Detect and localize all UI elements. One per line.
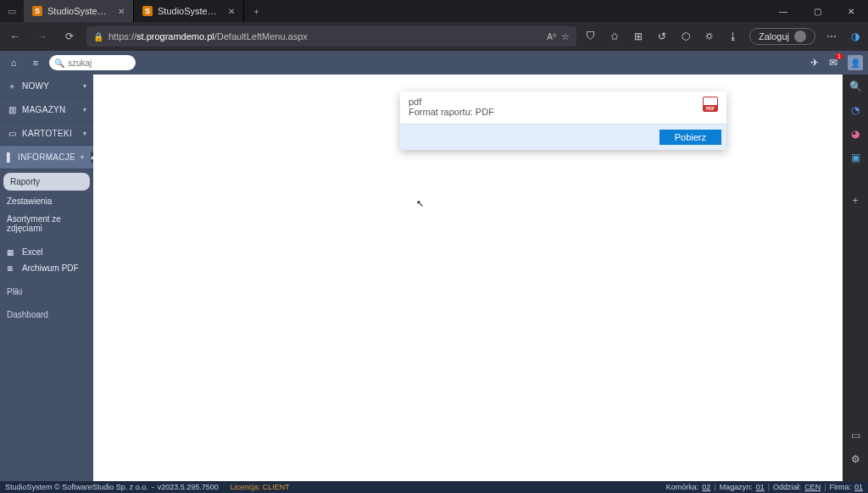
content-canvas: pdf Format raportu: PDF PDF Pobierz ↖ — [93, 75, 843, 481]
browser-toolbar: ← → ⟳ 🔒 https://st.programdemo.pl/Defaul… — [0, 22, 868, 51]
browser-tab[interactable]: S StudioSystem.NET (c) SoftwareS… ✕ — [24, 0, 134, 22]
user-menu-button[interactable]: 👤 — [848, 55, 863, 70]
rail-tools-icon[interactable]: ▣ — [849, 151, 862, 164]
sidebar-heading-pliki[interactable]: Pliki — [0, 283, 93, 301]
sidebar-link-excel[interactable]: ▦ Excel — [0, 244, 93, 260]
mouse-cursor: ↖ — [416, 198, 424, 209]
download-button[interactable]: Pobierz — [659, 130, 721, 145]
window-maximize-button[interactable]: ▢ — [800, 0, 834, 22]
sidebar-link-archiwum-pdf[interactable]: 🗎 Archiwum PDF — [0, 260, 93, 276]
chevron-down-icon: ▾ — [83, 106, 86, 114]
sidebar-subitems: Raporty Zestawienia Asortyment ze zdjęci… — [0, 169, 93, 237]
copilot-icon[interactable]: ◑ — [848, 30, 863, 42]
rail-search-icon[interactable]: 🔍 — [849, 80, 862, 93]
url-text: https://st.programdemo.pl/DefaultLeftMen… — [108, 31, 542, 42]
status-license: Licencja: CLIENT — [231, 483, 290, 491]
search-input[interactable] — [68, 58, 131, 68]
avatar-icon — [794, 30, 806, 42]
tab-close-icon[interactable]: ✕ — [228, 7, 235, 16]
dialog-subtitle: Format raportu: PDF — [409, 107, 703, 117]
plus-icon: ＋ — [7, 80, 17, 92]
warehouse-icon: ▥ — [7, 105, 17, 114]
new-tab-button[interactable]: ＋ — [244, 0, 268, 22]
sidebar-heading-dashboard[interactable]: Dashboard — [0, 306, 93, 324]
reader-icon[interactable]: A⁰ — [547, 32, 556, 42]
rail-settings-icon[interactable]: ⚙ — [849, 452, 862, 466]
favorite-icon[interactable]: ☆ — [561, 31, 570, 42]
rail-add-icon[interactable]: ＋ — [849, 193, 862, 207]
favicon: S — [142, 6, 153, 16]
tab-overview-button[interactable]: ▭ — [0, 0, 24, 22]
sidebar-link-label: Excel — [22, 247, 42, 257]
sidebar-section-kartoteki[interactable]: ▭ KARTOTEKI ▾ — [0, 122, 93, 146]
favorites-icon[interactable]: ✩ — [607, 30, 622, 42]
browser-side-panel: 🔍 ◔ ◕ ▣ ＋ ▭ ⚙ — [843, 75, 868, 481]
sidebar-section-label: NOWY — [22, 81, 78, 91]
mail-badge: 1 — [836, 53, 843, 59]
nav-refresh-button[interactable]: ⟳ — [59, 30, 80, 42]
tab-title: StudioSystem.NET (c) SoftwareS… — [47, 6, 113, 16]
rail-collapse-icon[interactable]: ▭ — [849, 429, 862, 442]
window-titlebar: ▭ S StudioSystem.NET (c) SoftwareS… ✕ S … — [0, 0, 868, 22]
status-copyright: StudioSystem © SoftwareStudio Sp. z o.o. — [5, 483, 148, 491]
profile-login-button[interactable]: Zaloguj — [749, 28, 815, 45]
status-bar: StudioSystem © SoftwareStudio Sp. z o.o.… — [0, 481, 868, 493]
chevron-down-icon: ▾ — [83, 130, 86, 137]
pdf-icon: 🗎 — [7, 264, 17, 273]
address-bar[interactable]: 🔒 https://st.programdemo.pl/DefaultLeftM… — [86, 26, 576, 47]
browser-tab[interactable]: S StudioSystem.NET (c) SoftwareS… ✕ — [134, 0, 244, 22]
history-icon[interactable]: ↺ — [654, 30, 670, 42]
nav-forward-button[interactable]: → — [32, 30, 53, 42]
status-version: v2023.5.295.7500 — [158, 483, 219, 491]
downloads-icon[interactable]: ⭳ — [726, 30, 741, 42]
home-icon[interactable]: ⌂ — [5, 58, 22, 68]
info-icon: ▌ — [7, 152, 13, 162]
sidebar-section-magazyn[interactable]: ▥ MAGAZYN ▾ — [0, 98, 93, 122]
sidebar-item-zestawienia[interactable]: Zestawienia — [0, 192, 93, 210]
menu-toggle-icon[interactable]: ≡ — [27, 58, 44, 68]
export-icon[interactable]: ✈ — [810, 57, 819, 69]
tab-title: StudioSystem.NET (c) SoftwareS… — [158, 6, 223, 16]
sidebar-section-label: INFORMACJE — [18, 152, 75, 162]
window-minimize-button[interactable]: — — [766, 0, 800, 22]
sidebar-item-raporty[interactable]: Raporty — [3, 173, 90, 191]
sidebar-section-label: KARTOTEKI — [22, 129, 78, 138]
app-search[interactable]: 🔍 — [49, 55, 136, 70]
sidebar-link-label: Archiwum PDF — [22, 263, 79, 273]
sidebar-section-label: MAGAZYN — [22, 105, 78, 114]
extensions-icon[interactable]: ⬡ — [678, 30, 693, 42]
collections-icon[interactable]: ⊞ — [631, 30, 646, 42]
app-toolbar: ⌂ ≡ 🔍 ✈ ✉1 👤 — [0, 51, 868, 75]
login-label: Zaloguj — [759, 31, 789, 42]
sidebar-item-asortyment[interactable]: Asortyment ze zdjęciami — [0, 210, 93, 237]
sidebar-section-nowy[interactable]: ＋ NOWY ▾ — [0, 75, 93, 98]
favicon: S — [32, 6, 42, 16]
menu-icon[interactable]: ⋯ — [824, 30, 839, 42]
sidebar-section-informacje[interactable]: ▌ INFORMACJE ▾ ▴ — [0, 146, 93, 169]
main-area: pdf Format raportu: PDF PDF Pobierz ↖ 🔍 … — [93, 75, 868, 481]
chevron-down-icon: ▾ — [83, 82, 86, 90]
dialog-title: pdf — [409, 97, 703, 107]
pdf-file-icon: PDF — [703, 97, 718, 112]
search-icon: 🔍 — [54, 58, 64, 68]
download-dialog: pdf Format raportu: PDF PDF Pobierz — [400, 91, 726, 150]
tab-close-icon[interactable]: ✕ — [118, 7, 125, 16]
left-sidebar: ＋ NOWY ▾ ▥ MAGAZYN ▾ ▭ KARTOTEKI ▾ ▌ INF… — [0, 75, 93, 481]
rail-chat-icon[interactable]: ◔ — [849, 103, 862, 117]
excel-icon: ▦ — [7, 248, 17, 257]
status-right: Komórka:02| Magazyn:01| Oddział:CEN| Fir… — [666, 483, 863, 491]
chevron-down-icon: ▾ — [81, 153, 84, 161]
performance-icon[interactable]: ⛭ — [702, 30, 717, 42]
rail-shopping-icon[interactable]: ◕ — [849, 127, 862, 141]
shield-icon[interactable]: ⛉ — [583, 30, 598, 42]
lock-icon: 🔒 — [93, 32, 103, 42]
mail-icon[interactable]: ✉1 — [829, 57, 837, 69]
nav-back-button[interactable]: ← — [5, 30, 25, 42]
cards-icon: ▭ — [7, 129, 17, 138]
window-close-button[interactable]: ✕ — [834, 0, 868, 22]
